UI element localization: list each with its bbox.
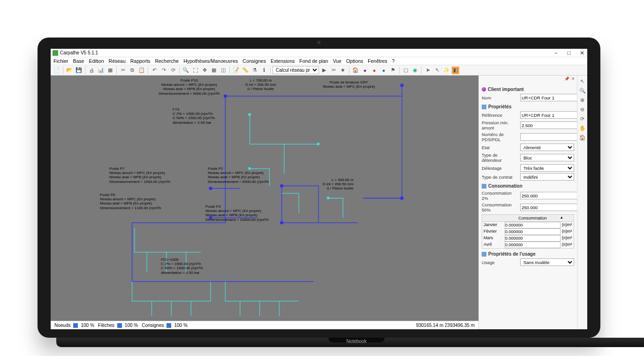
- tool-zoom-fit-icon[interactable]: ⛶: [191, 66, 199, 75]
- panel-pin-icon[interactable]: 📌: [564, 76, 569, 81]
- close-button[interactable]: ✕: [579, 50, 585, 56]
- tool-run-icon[interactable]: ▶: [320, 66, 328, 75]
- menu-help[interactable]: ?: [392, 58, 395, 64]
- minimize-button[interactable]: −: [553, 50, 559, 56]
- menu-hypotheses[interactable]: Hypothèses/Manoeuvres: [183, 58, 238, 64]
- tool-refresh-icon[interactable]: ⟳: [169, 66, 177, 75]
- label-ft3-l1: C 2% = 1500.00 (n)m³/h: [173, 112, 215, 116]
- tool-arrow-icon[interactable]: ➤: [424, 66, 432, 75]
- tool-zoom-in-icon[interactable]: 🔍: [182, 66, 190, 75]
- label-pipe-top-l2: D int = 206.50 mm: [245, 83, 276, 87]
- tool-wand-icon[interactable]: ✨: [442, 66, 451, 75]
- usage-label: Usage: [482, 260, 518, 265]
- tool-layers-icon[interactable]: ▦: [106, 66, 114, 75]
- menu-fenetres[interactable]: Fenêtres: [368, 58, 387, 64]
- menu-options[interactable]: Options: [346, 58, 363, 64]
- tool-filter-icon[interactable]: ⚗: [250, 66, 259, 75]
- tool-print-icon[interactable]: 🖨: [87, 66, 96, 75]
- rtool-rotate-icon[interactable]: ⟳: [579, 115, 586, 122]
- tool-box-icon[interactable]: ▢: [402, 66, 410, 75]
- tool-save-icon[interactable]: 💾: [75, 66, 83, 75]
- delestage-select[interactable]: Très facile: [520, 164, 574, 172]
- label-fd1-l1: C 2% = 1500.00 (n)m³/h: [161, 262, 203, 266]
- menu-edition[interactable]: Edition: [89, 58, 104, 64]
- svg-rect-2: [401, 197, 403, 199]
- month-value-input[interactable]: [505, 242, 561, 248]
- tool-flag-icon[interactable]: ⚑: [389, 66, 397, 75]
- month-value-input[interactable]: [505, 222, 561, 228]
- contrat-select[interactable]: Indéfini: [520, 173, 574, 181]
- tool-home-icon[interactable]: 🏠: [351, 66, 360, 75]
- tool-chart-icon[interactable]: 📊: [97, 66, 105, 75]
- tool-open-icon[interactable]: 📂: [65, 66, 74, 75]
- tool-copy-icon[interactable]: ⧉: [128, 66, 136, 75]
- label-p10-l3: Dimensionnement = 6000.00 (n)m³/h: [159, 91, 220, 96]
- maximize-button[interactable]: □: [566, 50, 572, 56]
- label-p2-l3: Dimensionnement = 6500.00 (n)m³/h: [208, 180, 269, 184]
- tool-grid-icon[interactable]: ▦: [210, 66, 218, 75]
- conso2-label: Consommation 2%: [482, 190, 518, 201]
- tool-redo-icon[interactable]: ↷: [159, 66, 168, 75]
- calc-mode-select[interactable]: Calcul réseau pr: [273, 66, 319, 74]
- nom-label: Nom: [482, 95, 518, 100]
- menu-consignes[interactable]: Consignes: [242, 58, 266, 64]
- tool-scissors-icon[interactable]: ✂: [329, 66, 338, 75]
- reference-input[interactable]: [520, 111, 577, 119]
- menu-fichier[interactable]: Fichier: [53, 58, 68, 64]
- window-title: Carpathe V5 5.1.1: [60, 50, 98, 55]
- tool-paste-icon[interactable]: 📋: [137, 66, 146, 75]
- menu-reseau[interactable]: Réseau: [109, 58, 126, 64]
- usage-select[interactable]: Sans modèle: [520, 258, 574, 266]
- month-value-input[interactable]: [505, 228, 561, 235]
- rtool-zoom-icon[interactable]: 🔍: [579, 87, 586, 94]
- menu-recherche[interactable]: Recherche: [155, 58, 179, 64]
- detendeur-select[interactable]: Bloc: [520, 154, 574, 161]
- svg-rect-9: [327, 197, 329, 199]
- menu-rapports[interactable]: Rapports: [130, 58, 151, 64]
- month-value-input[interactable]: [505, 235, 561, 242]
- tool-undo-icon[interactable]: ↶: [150, 66, 159, 75]
- svg-rect-6: [280, 221, 283, 224]
- conso50-input[interactable]: [520, 204, 577, 211]
- menu-extensions[interactable]: Extensions: [271, 58, 295, 64]
- tool-node-icon[interactable]: ●: [361, 66, 369, 75]
- label-p6-l1: Niveau amont = MPC (En propre): [100, 197, 161, 201]
- label-p2-l2: Niveau aval = MPB (En propre): [208, 175, 269, 179]
- tool-cut-icon[interactable]: ✂: [119, 66, 127, 75]
- status-fleches-value: 100 %: [125, 323, 138, 328]
- label-p3-l3: Dimensionnement = 10000.00 (n)m³/h: [205, 218, 269, 222]
- tool-new-icon[interactable]: 📄: [53, 66, 61, 75]
- month-label: Février: [482, 228, 505, 235]
- menu-vue[interactable]: Vue: [333, 58, 341, 64]
- right-toolbar: ↖ 🔍 ⊕ ⊖ ⟳ ✋ 🏠: [577, 76, 587, 329]
- month-label: Janvier: [482, 222, 505, 228]
- month-unit: (n)m³: [561, 235, 574, 242]
- tool-green-icon[interactable]: ◉: [411, 66, 419, 75]
- tool-pointer-icon[interactable]: ↖: [433, 66, 441, 75]
- menu-base[interactable]: Base: [73, 58, 84, 64]
- tool-pipe-icon[interactable]: ●: [370, 66, 379, 75]
- tool-pan-icon[interactable]: ✥: [200, 66, 209, 75]
- tool-orange-icon[interactable]: ◧: [452, 67, 459, 74]
- tool-valve-icon[interactable]: ●: [379, 66, 388, 75]
- pression-input[interactable]: [520, 121, 577, 129]
- tool-note-icon[interactable]: 📝: [232, 66, 240, 75]
- rtool-zoom-out-icon[interactable]: ⊖: [579, 106, 586, 113]
- rtool-home-icon[interactable]: 🏠: [579, 134, 586, 141]
- panel-close-icon[interactable]: ✕: [571, 76, 575, 81]
- nom-input[interactable]: [520, 94, 577, 101]
- tool-star-icon[interactable]: ★: [339, 66, 347, 75]
- tool-info-icon[interactable]: ℹ: [260, 66, 268, 75]
- rtool-hand-icon[interactable]: ✋: [579, 124, 586, 132]
- status-noeuds-label: Noeuds: [54, 323, 70, 328]
- network-canvas[interactable]: Poste P10 Niveau amont = MPC (En propre)…: [51, 76, 478, 321]
- tool-window-icon[interactable]: ◫: [219, 66, 227, 75]
- menu-fond-de-plan[interactable]: Fond de plan: [299, 58, 328, 64]
- etat-select[interactable]: Alimenté: [520, 144, 574, 151]
- rtool-zoom-in-icon[interactable]: ⊕: [579, 96, 586, 104]
- tool-measure-icon[interactable]: 📏: [241, 66, 250, 75]
- conso2-input[interactable]: [520, 192, 577, 199]
- pds-input[interactable]: [520, 133, 577, 141]
- rtool-arrow-icon[interactable]: ↖: [579, 77, 586, 85]
- scroll-up-icon[interactable]: ▴: [561, 215, 574, 221]
